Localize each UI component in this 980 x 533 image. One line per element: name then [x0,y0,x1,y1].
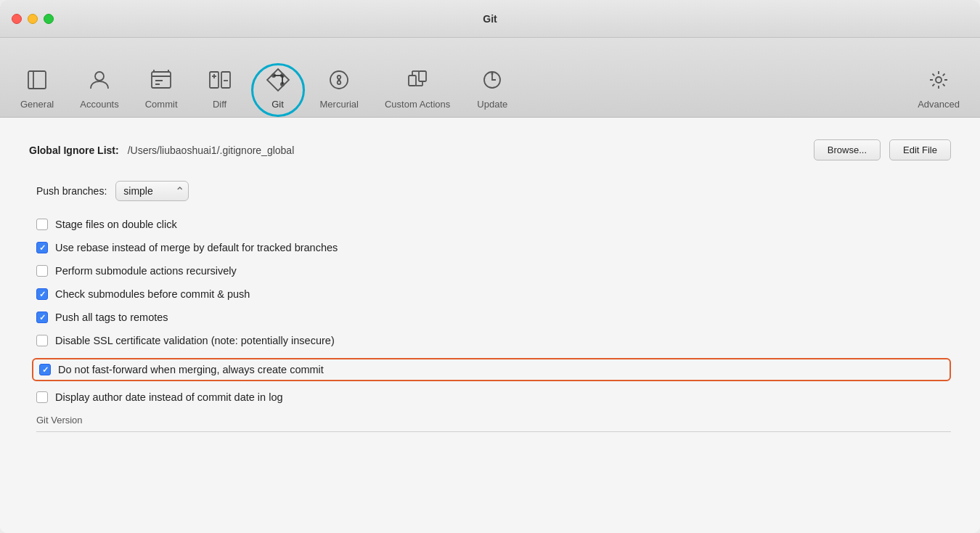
tab-mercurial[interactable]: Mercurial [307,60,372,117]
disable-ssl-label[interactable]: Disable SSL certificate validation (note… [55,335,335,346]
display-author-label[interactable]: Display author date instead of commit da… [55,391,283,403]
push-tags-row: Push all tags to remotes [36,312,951,323]
disable-ssl-checkbox[interactable] [36,335,48,346]
tab-update-label: Update [477,99,507,110]
tab-advanced[interactable]: Advanced [905,60,973,117]
tab-general-label: General [20,99,54,110]
submodule-actions-row: Perform submodule actions recursively [36,265,951,277]
check-submodules-checkbox[interactable] [36,288,48,300]
tab-git-label: Git [271,99,284,110]
submodule-actions-checkbox[interactable] [36,265,48,277]
accounts-icon [85,65,114,94]
tab-mercurial-label: Mercurial [320,99,359,110]
tab-advanced-label: Advanced [918,99,960,110]
push-branches-label: Push branches: [36,185,107,197]
commit-icon [147,65,176,94]
tab-custom-actions-label: Custom Actions [385,99,450,110]
tab-git[interactable]: Git [249,60,307,117]
svg-rect-20 [409,76,416,86]
diff-icon [205,65,234,94]
display-author-checkbox[interactable] [36,391,48,403]
mercurial-icon [324,65,354,94]
ignore-list-label: Global Ignore List: [29,145,119,156]
no-fast-forward-label[interactable]: Do not fast-forward when merging, always… [58,364,324,375]
svg-point-2 [95,72,104,81]
git-icon [264,65,293,94]
general-icon [23,65,52,94]
window-controls [12,14,54,24]
git-version-label: Git Version [36,415,83,426]
toolbar: General Accounts [0,38,980,118]
push-tags-label[interactable]: Push all tags to remotes [55,312,168,323]
tab-diff[interactable]: Diff [191,60,249,117]
ignore-list-row: Global Ignore List: /Users/liubaoshuai1/… [29,139,951,160]
tab-diff-label: Diff [213,99,226,110]
push-tags-checkbox[interactable] [36,312,48,323]
tab-commit-label: Commit [145,99,178,110]
push-branches-select-wrapper: simple matching upstream nothing current… [115,181,189,201]
check-submodules-label[interactable]: Check submodules before commit & push [55,288,250,300]
svg-point-27 [936,77,942,83]
tab-accounts-label: Accounts [80,99,118,110]
tab-update[interactable]: Update [463,60,521,117]
svg-rect-0 [28,71,46,89]
close-button[interactable] [12,14,22,24]
git-version-section: Git Version [36,415,951,432]
push-branches-row: Push branches: simple matching upstream … [36,181,951,201]
tab-accounts[interactable]: Accounts [67,60,131,117]
advanced-icon [924,65,953,94]
update-icon [478,65,507,94]
push-branches-select[interactable]: simple matching upstream nothing current [115,181,189,201]
edit-file-button[interactable]: Edit File [889,139,951,160]
no-fast-forward-row: Do not fast-forward when merging, always… [32,358,951,381]
custom-actions-icon [403,65,432,94]
maximize-button[interactable] [44,14,54,24]
tab-general[interactable]: General [7,60,67,117]
use-rebase-label[interactable]: Use rebase instead of merge by default f… [55,242,338,253]
main-content: Global Ignore List: /Users/liubaoshuai1/… [0,118,980,533]
browse-button[interactable]: Browse... [814,139,881,160]
stage-files-checkbox[interactable] [36,219,48,230]
display-author-row: Display author date instead of commit da… [36,391,951,403]
window: Git General Accounts [0,0,980,533]
minimize-button[interactable] [28,14,38,24]
svg-rect-3 [152,72,171,88]
tab-commit[interactable]: Commit [132,60,191,117]
ignore-list-path: /Users/liubaoshuai1/.gitignore_global [128,145,805,156]
use-rebase-checkbox[interactable] [36,242,48,253]
no-fast-forward-checkbox[interactable] [39,364,51,375]
stage-files-row: Stage files on double click [36,219,951,230]
window-title: Git [483,13,497,25]
disable-ssl-row: Disable SSL certificate validation (note… [36,335,951,346]
svg-rect-21 [419,71,426,81]
use-rebase-row: Use rebase instead of merge by default f… [36,242,951,253]
check-submodules-row: Check submodules before commit & push [36,288,951,300]
submodule-actions-label[interactable]: Perform submodule actions recursively [55,265,237,277]
svg-rect-10 [221,72,230,88]
tab-custom-actions[interactable]: Custom Actions [372,60,463,117]
title-bar: Git [0,0,980,38]
stage-files-label[interactable]: Stage files on double click [55,219,177,230]
